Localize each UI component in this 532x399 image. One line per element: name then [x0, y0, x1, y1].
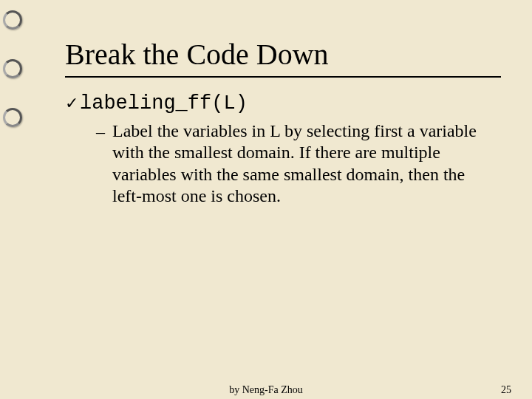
title-divider — [65, 76, 501, 78]
body-text: Label the variables in L by selecting fi… — [112, 120, 488, 207]
code-text: labeling_ff(L) — [80, 92, 248, 115]
bullet-level-1: ✓ labeling_ff(L) — [65, 92, 517, 115]
binder-rings — [0, 0, 22, 399]
slide-title: Break the Code Down — [65, 37, 517, 72]
dash-icon: – — [96, 120, 105, 143]
footer-author: by Neng-Fa Zhou — [0, 384, 532, 396]
slide-content: Break the Code Down ✓ labeling_ff(L) – L… — [21, 7, 517, 384]
bullet-level-2: – Label the variables in L by selecting … — [96, 120, 488, 207]
checkmark-icon: ✓ — [65, 92, 78, 115]
footer-page-number: 25 — [501, 384, 511, 396]
